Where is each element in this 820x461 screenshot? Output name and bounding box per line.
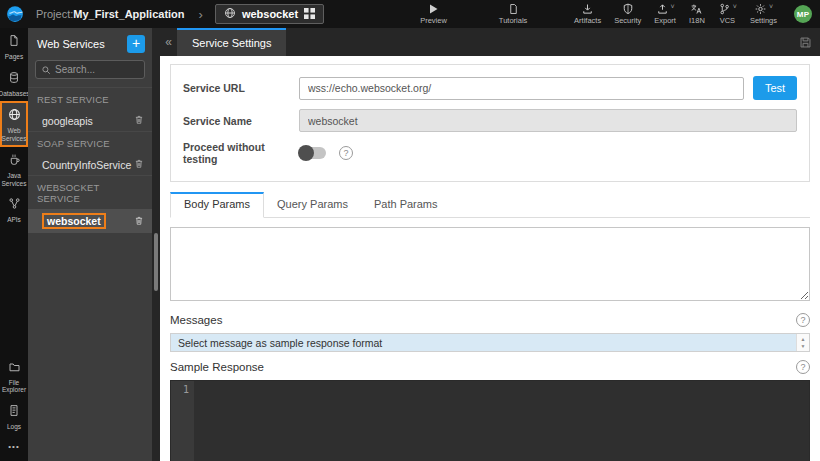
open-service-tab-websocket[interactable]: websocket bbox=[215, 4, 324, 24]
security-button[interactable]: Security bbox=[614, 3, 641, 25]
logs-icon bbox=[8, 403, 20, 421]
panel-scrollbar[interactable] bbox=[152, 28, 160, 461]
wavemaker-studio-window: Project:My_First_Application › websocket… bbox=[0, 0, 820, 461]
artifacts-button[interactable]: Artifacts bbox=[574, 3, 601, 25]
sample-response-help-icon[interactable]: ? bbox=[796, 360, 810, 374]
project-label: Project: bbox=[36, 8, 73, 20]
sample-response-label: Sample Response bbox=[170, 361, 264, 373]
proceed-without-testing-label: Proceed without testing bbox=[183, 141, 299, 165]
test-button[interactable]: Test bbox=[753, 76, 797, 100]
messages-help-icon[interactable]: ? bbox=[796, 313, 810, 327]
service-name-input bbox=[299, 109, 797, 132]
top-right-actions: Artifacts Security ˅ Export I18N ˅ VCS ˅… bbox=[574, 3, 820, 25]
chevron-down-icon: ˅ bbox=[671, 3, 675, 10]
rail-item-logs[interactable]: Logs bbox=[0, 398, 28, 435]
service-url-input[interactable] bbox=[299, 77, 744, 100]
coffee-icon bbox=[8, 152, 21, 170]
preview-button[interactable]: Preview bbox=[420, 3, 447, 25]
tutorials-button[interactable]: Tutorials bbox=[499, 3, 527, 25]
open-service-tab-label: websocket bbox=[242, 8, 298, 20]
rail-item-java-services[interactable]: Java Services bbox=[0, 147, 28, 191]
dashboard-grid-icon[interactable] bbox=[304, 5, 315, 23]
rail-item-pages[interactable]: Pages bbox=[0, 28, 28, 65]
i18n-button[interactable]: I18N bbox=[689, 3, 705, 25]
editor-content[interactable] bbox=[194, 381, 809, 461]
section-header-soap: SOAP SERVICE bbox=[28, 131, 152, 154]
sample-response-code-editor[interactable]: 1 bbox=[170, 380, 810, 461]
more-options-icon[interactable]: ••• bbox=[0, 434, 28, 461]
panel-title: Web Services bbox=[37, 38, 105, 50]
settings-button[interactable]: ˅ Settings bbox=[750, 3, 777, 25]
database-icon bbox=[8, 70, 20, 88]
rail-item-databases[interactable]: Databases bbox=[0, 65, 28, 102]
api-nodes-icon bbox=[8, 196, 21, 214]
section-header-rest: REST SERVICE bbox=[28, 87, 152, 110]
service-item-countryinfoservice[interactable]: CountryInfoService bbox=[28, 154, 152, 175]
chevron-down-icon: ˅ bbox=[769, 3, 773, 10]
service-url-label: Service URL bbox=[183, 82, 299, 94]
top-bar: Project:My_First_Application › websocket… bbox=[0, 0, 820, 28]
collapse-panel-icon[interactable]: « bbox=[160, 28, 177, 56]
service-item-websocket-selected[interactable]: websocket bbox=[28, 209, 152, 233]
export-upload-icon bbox=[656, 3, 669, 15]
user-avatar[interactable]: MP bbox=[794, 5, 812, 23]
scrollbar-thumb[interactable] bbox=[154, 233, 158, 291]
params-tabs: Body Params Query Params Path Params bbox=[170, 192, 810, 218]
vcs-branch-icon bbox=[718, 3, 731, 15]
project-name[interactable]: My_First_Application bbox=[73, 8, 184, 20]
messages-label: Messages bbox=[170, 314, 222, 326]
scroll-up-icon[interactable]: ▲ bbox=[801, 336, 806, 342]
play-icon bbox=[427, 3, 439, 15]
proceed-without-testing-toggle[interactable] bbox=[299, 147, 326, 159]
left-icon-rail: Pages Databases Web Services Java Servic… bbox=[0, 28, 28, 461]
tab-service-settings[interactable]: Service Settings bbox=[177, 28, 286, 56]
scroll-down-icon[interactable]: ▼ bbox=[801, 343, 806, 349]
document-icon bbox=[508, 3, 519, 15]
globe-icon bbox=[224, 5, 236, 23]
service-search-input[interactable] bbox=[55, 64, 140, 75]
main-editor-area: « Service Settings Service URL Test Serv… bbox=[160, 28, 820, 461]
workspace: Pages Databases Web Services Java Servic… bbox=[0, 28, 820, 461]
delete-service-icon[interactable] bbox=[134, 158, 144, 171]
artifacts-download-icon bbox=[581, 3, 594, 15]
breadcrumb-chevron-icon: › bbox=[199, 7, 203, 22]
messages-selected-option[interactable]: Select message as sample response format bbox=[171, 334, 796, 351]
section-header-websocket: WEBSOCKET SERVICE bbox=[28, 175, 152, 209]
web-services-panel: Web Services + REST SERVICE googleapis S… bbox=[28, 28, 152, 461]
rail-item-web-services[interactable]: Web Services bbox=[0, 101, 28, 147]
listbox-scrollbar[interactable]: ▲▼ bbox=[796, 334, 809, 351]
tab-query-params[interactable]: Query Params bbox=[264, 192, 361, 217]
wavemaker-logo-icon[interactable] bbox=[0, 0, 30, 28]
service-search-box[interactable] bbox=[35, 60, 145, 79]
settings-gear-icon bbox=[754, 3, 767, 15]
export-button[interactable]: ˅ Export bbox=[654, 3, 676, 25]
service-item-googleapis[interactable]: googleapis bbox=[28, 110, 152, 131]
editor-line-number: 1 bbox=[171, 381, 194, 461]
delete-service-icon[interactable] bbox=[134, 114, 144, 127]
page-icon bbox=[8, 33, 20, 51]
add-service-button[interactable]: + bbox=[127, 35, 145, 53]
chevron-down-icon: ˅ bbox=[733, 3, 737, 10]
rail-item-file-explorer[interactable]: File Explorer bbox=[0, 354, 28, 398]
security-shield-icon bbox=[622, 3, 634, 15]
vcs-button[interactable]: ˅ VCS bbox=[718, 3, 737, 25]
tab-path-params[interactable]: Path Params bbox=[361, 192, 451, 217]
messages-listbox[interactable]: Select message as sample response format… bbox=[170, 333, 810, 352]
delete-service-icon[interactable] bbox=[134, 215, 144, 228]
breadcrumb: Project:My_First_Application bbox=[36, 8, 185, 20]
tab-body-params[interactable]: Body Params bbox=[170, 192, 264, 218]
body-params-textarea[interactable] bbox=[170, 227, 810, 301]
rail-item-apis[interactable]: APIs bbox=[0, 191, 28, 228]
search-icon bbox=[41, 61, 51, 79]
editor-tab-bar: « Service Settings bbox=[160, 28, 820, 56]
i18n-translate-icon bbox=[690, 3, 703, 15]
service-name-label: Service Name bbox=[183, 115, 299, 127]
folder-icon bbox=[8, 359, 21, 377]
save-icon[interactable] bbox=[790, 28, 820, 56]
globe-icon bbox=[8, 107, 21, 125]
service-settings-content: Service URL Test Service Name Proceed wi… bbox=[160, 56, 820, 461]
help-icon[interactable]: ? bbox=[339, 146, 353, 160]
service-settings-form: Service URL Test Service Name Proceed wi… bbox=[170, 64, 810, 182]
